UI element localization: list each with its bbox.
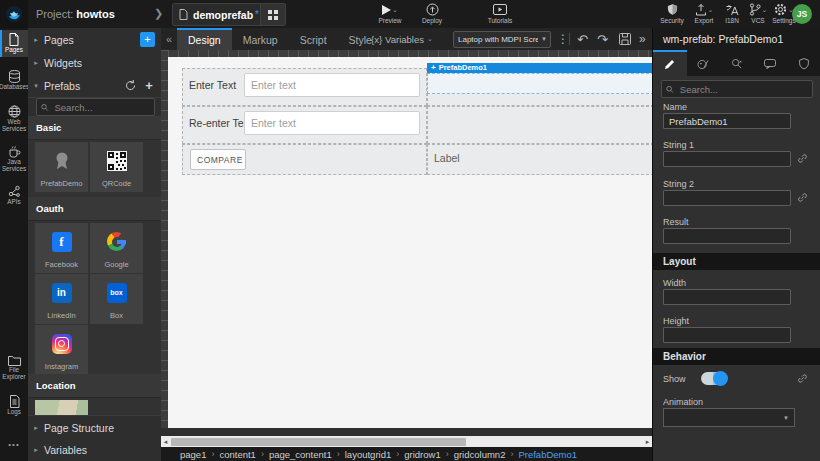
height-property-input[interactable]	[663, 327, 791, 343]
user-avatar[interactable]: JS	[792, 4, 812, 24]
grid-cell[interactable]: Label	[427, 144, 652, 175]
breadcrumb-gridrow1[interactable]: gridrow1	[404, 449, 440, 460]
tab-design[interactable]: Design	[177, 28, 232, 50]
collapse-left-panel-button[interactable]: «	[161, 28, 177, 50]
grid-cell[interactable]: Re-enter Text	[182, 106, 427, 144]
breadcrumb-page1[interactable]: page1	[180, 449, 206, 460]
chevron-right-icon: ▸	[28, 424, 44, 432]
breadcrumb-prefabdemo1[interactable]: PrefabDemo1	[518, 449, 577, 460]
tab-security[interactable]	[787, 50, 820, 76]
add-page-button[interactable]: +	[140, 32, 155, 47]
tab-inspect[interactable]	[720, 50, 754, 76]
logs-rail-label: Logs	[7, 409, 21, 416]
string2-property-input[interactable]	[663, 190, 791, 206]
search-icon	[666, 85, 674, 94]
result-property-input[interactable]	[663, 228, 791, 244]
prefab-tile-qrcode[interactable]: QRCode	[90, 142, 143, 192]
variables-x-icon: {x}	[371, 34, 382, 45]
save-button[interactable]	[619, 28, 631, 50]
grid-cell[interactable]: Enter Text	[182, 68, 427, 106]
refresh-prefabs-button[interactable]	[123, 79, 137, 93]
prefab-tile-instagram[interactable]: Instagram	[35, 325, 88, 375]
tutorials-video-icon	[493, 4, 507, 15]
tab-properties[interactable]	[653, 50, 687, 76]
tab-styles[interactable]	[687, 50, 721, 76]
prefab-search[interactable]	[36, 98, 155, 116]
string1-bind-button[interactable]	[796, 152, 809, 165]
open-page-name: demoprefab	[193, 9, 253, 21]
preview-button[interactable]: ⌄ Preview	[370, 3, 410, 27]
animation-select[interactable]: ▼	[663, 408, 795, 427]
string2-bind-button[interactable]	[796, 191, 809, 204]
variables-dropdown[interactable]: {x} Variables ⌄	[371, 28, 433, 50]
sidebar-item-apis[interactable]: APIs	[0, 185, 28, 206]
prefab-tile-location-map[interactable]	[35, 400, 88, 415]
page-grid-button[interactable]	[260, 4, 285, 25]
prefab-tile-linkedin[interactable]: in LinkedIn	[35, 274, 88, 324]
sidebar-item-logs[interactable]: Logs	[0, 395, 28, 416]
tab-script[interactable]: Script	[289, 28, 338, 50]
wavemaker-logo[interactable]	[0, 0, 28, 28]
sidebar-item-file-explorer[interactable]: File Explorer	[0, 355, 28, 380]
linkedin-logo: in	[52, 283, 72, 303]
scroll-left-arrow[interactable]: ◂	[161, 438, 170, 446]
sidebar-item-pages[interactable]: Pages	[0, 30, 28, 57]
section-variables[interactable]: ▸ Variables	[28, 438, 161, 461]
chevron-right-icon: ▸	[28, 36, 44, 44]
show-property-label: Show	[663, 374, 686, 384]
breadcrumb-content1[interactable]: content1	[219, 449, 255, 460]
name-property-input[interactable]	[663, 113, 791, 129]
selected-prefab-widget[interactable]	[427, 73, 652, 94]
prefab-tile-prefabdemo[interactable]: PrefabDemo	[35, 142, 88, 192]
sidebar-item-web-services[interactable]: Web Services	[0, 105, 28, 132]
property-search-input[interactable]	[678, 83, 812, 96]
section-prefabs[interactable]: ▾ Prefabs +	[28, 74, 161, 98]
group-header-location: Location	[28, 374, 161, 398]
grid-cell[interactable]	[427, 106, 652, 144]
tab-markup[interactable]: Markup	[232, 28, 289, 50]
text-input-1[interactable]	[244, 73, 420, 97]
label-widget[interactable]: Label	[434, 152, 460, 164]
text-input-2[interactable]	[244, 111, 420, 135]
name-property-label: Name	[663, 102, 687, 112]
sidebar-item-databases[interactable]: Databases	[0, 70, 28, 91]
tab-dialogs[interactable]	[754, 50, 788, 76]
device-select[interactable]: Laptop with MDPI Screen ▼	[453, 31, 551, 48]
scrollbar-thumb[interactable]	[171, 438, 466, 446]
prefab-tile-facebook[interactable]: f Facebook	[35, 223, 88, 273]
facebook-label: Facebook	[45, 260, 78, 269]
project-breadcrumb[interactable]: Project: howtos	[36, 8, 115, 20]
compare-button[interactable]: COMPARE	[190, 149, 246, 170]
show-toggle[interactable]	[701, 372, 727, 385]
expand-right-panel-button[interactable]: »	[639, 28, 646, 50]
add-prefab-button[interactable]: +	[142, 79, 156, 93]
prefab-search-input[interactable]	[53, 101, 155, 114]
section-page-structure[interactable]: ▸ Page Structure	[28, 415, 161, 440]
undo-button[interactable]: ↶	[577, 28, 588, 50]
deploy-button[interactable]: Deploy	[412, 3, 452, 27]
i18n-language-icon	[725, 4, 739, 16]
open-page-selector[interactable]: demoprefab *	[172, 3, 286, 26]
string1-property-input[interactable]	[663, 151, 791, 167]
breadcrumb-page-content1[interactable]: page_content1	[269, 449, 332, 460]
section-pages[interactable]: ▸ Pages +	[28, 28, 161, 52]
breadcrumb-layoutgrid1[interactable]: layoutgrid1	[345, 449, 391, 460]
property-search[interactable]	[661, 80, 813, 98]
breadcrumb-gridcolumn2[interactable]: gridcolumn2	[454, 449, 506, 460]
dropdown-arrow-icon: ▼	[538, 36, 550, 42]
show-bind-button[interactable]	[796, 372, 809, 385]
google-logo	[107, 232, 126, 251]
section-widgets[interactable]: ▸ Widgets	[28, 51, 161, 75]
tutorials-button[interactable]: Tutorials	[480, 3, 520, 27]
grid-cell[interactable]: COMPARE	[182, 144, 427, 175]
scroll-right-arrow[interactable]: ▸	[643, 438, 652, 446]
selected-widget-header[interactable]: + PrefabDemo1	[427, 63, 652, 73]
design-canvas[interactable]: Enter Text + PrefabDemo1 Re-enter Text	[168, 57, 652, 428]
rail-more-button[interactable]: •••	[0, 440, 28, 449]
prefab-tile-box[interactable]: box Box	[90, 274, 143, 324]
prefab-tile-google[interactable]: Google	[90, 223, 143, 273]
width-property-input[interactable]	[663, 289, 791, 305]
sidebar-item-java-services[interactable]: Java Services	[0, 145, 28, 172]
redo-button[interactable]: ↷	[597, 28, 608, 50]
canvas-options-kebab[interactable]: ⋮	[557, 28, 569, 50]
